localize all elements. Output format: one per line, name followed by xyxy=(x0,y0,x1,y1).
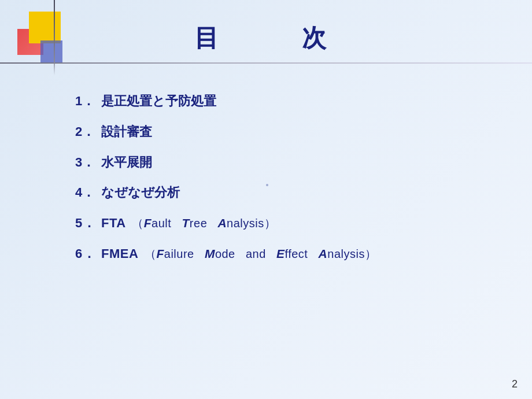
list-item: 5． FTA （Fault Tree Analysis） xyxy=(75,215,497,232)
paren-letter: M xyxy=(205,247,215,260)
horizontal-line xyxy=(0,62,532,64)
content-area: 1． 是正処置と予防処置 2． 設計審査 3． 水平展開 4． なぜなぜ分析 5… xyxy=(75,93,497,276)
fta-paren: （Fault Tree Analysis） xyxy=(132,217,276,230)
item-number: 3． xyxy=(75,154,101,172)
fmea-paren: （Failure Mode and Effect Analysis） xyxy=(145,247,376,260)
list-item: 4． なぜなぜ分析 xyxy=(75,184,497,202)
yellow-square xyxy=(29,12,61,43)
paren-letter: F xyxy=(156,247,164,260)
paren-letter: F xyxy=(144,216,152,230)
list-item: 6． FMEA （Failure Mode and Effect Analysi… xyxy=(75,245,497,263)
item-number: 1． xyxy=(75,93,101,110)
paren-letter: T xyxy=(182,216,190,230)
blue-square xyxy=(40,40,62,62)
item-text: 水平展開 xyxy=(101,154,152,172)
item-number: 5． xyxy=(75,215,101,232)
item-text: 設計審査 xyxy=(101,123,152,141)
item-text-fta: FTA （Fault Tree Analysis） xyxy=(101,215,276,232)
item-text-fmea: FMEA （Failure Mode and Effect Analysis） xyxy=(101,245,376,263)
slide-title: 目 次 xyxy=(0,22,532,54)
fmea-label: FMEA xyxy=(101,246,138,261)
fta-label: FTA xyxy=(101,216,126,230)
list-item: 3． 水平展開 xyxy=(75,154,497,172)
item-number: 4． xyxy=(75,184,101,202)
list-item: 1． 是正処置と予防処置 xyxy=(75,93,497,110)
slide-container: 目 次 1． 是正処置と予防処置 2． 設計審査 3． 水平展開 4． なぜなぜ… xyxy=(0,0,532,399)
list-item: 2． 設計審査 xyxy=(75,123,497,141)
item-number: 2． xyxy=(75,123,101,141)
item-number: 6． xyxy=(75,245,101,263)
dot-decoration xyxy=(266,184,268,186)
item-text: 是正処置と予防処置 xyxy=(101,93,216,110)
item-text: なぜなぜ分析 xyxy=(101,184,180,202)
page-number: 2 xyxy=(512,378,518,390)
paren-letter: A xyxy=(217,216,227,230)
vertical-line xyxy=(54,0,55,75)
paren-letter: A xyxy=(319,247,328,260)
paren-letter: E xyxy=(276,247,285,260)
